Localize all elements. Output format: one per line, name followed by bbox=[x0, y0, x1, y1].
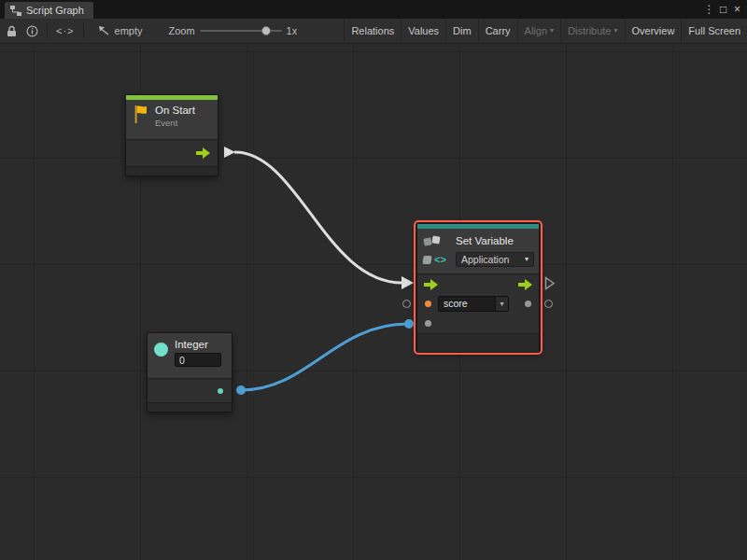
on-start-title: On Start bbox=[155, 105, 195, 116]
value-wire[interactable] bbox=[241, 324, 408, 390]
toolbar-buttons: Relations Values Dim Carry Align▾ Distri… bbox=[344, 19, 747, 43]
dropdown-caret-icon: ▾ bbox=[525, 256, 529, 263]
flow-input-port[interactable] bbox=[424, 279, 438, 290]
value-wire-start-dot bbox=[236, 385, 246, 395]
zoom-value: 1x bbox=[287, 25, 298, 36]
graph-canvas[interactable]: On Start Event Set V bbox=[0, 44, 747, 560]
integer-title: Integer bbox=[175, 339, 221, 350]
tab-script-graph[interactable]: Script Graph bbox=[5, 2, 93, 19]
variables-icon bbox=[423, 235, 451, 247]
zoom-slider-knob[interactable] bbox=[261, 26, 271, 35]
zoom-slider[interactable] bbox=[200, 25, 282, 36]
close-icon[interactable]: × bbox=[730, 0, 744, 19]
titlebar: Script Graph ⋮ □ × bbox=[0, 0, 747, 19]
on-start-header: On Start Event bbox=[126, 100, 218, 139]
node-integer[interactable]: Integer 0 bbox=[147, 332, 233, 413]
inspect-icon[interactable]: <·> bbox=[56, 25, 75, 36]
graph-icon bbox=[10, 6, 21, 16]
info-icon[interactable] bbox=[26, 25, 38, 37]
on-start-text: On Start Event bbox=[155, 105, 195, 128]
on-start-ports bbox=[126, 139, 218, 166]
value-input-port[interactable] bbox=[425, 320, 431, 327]
flow-continuation-triangle[interactable] bbox=[544, 276, 556, 290]
window-controls: ⋮ □ × bbox=[702, 0, 744, 19]
flow-output-port[interactable] bbox=[196, 147, 210, 159]
integer-icon bbox=[154, 343, 168, 357]
graph-pointer-icon bbox=[98, 25, 110, 36]
flow-wire[interactable] bbox=[234, 152, 402, 283]
integer-footer bbox=[148, 402, 232, 412]
graph-pointer-label: empty bbox=[115, 25, 143, 36]
zoom-label: Zoom bbox=[168, 25, 194, 36]
set-variable-header: Set Variable <> Application ▾ bbox=[417, 229, 539, 273]
variable-output-port[interactable] bbox=[525, 301, 531, 307]
dropdown-caret-icon: ▾ bbox=[550, 27, 554, 35]
align-button[interactable]: Align▾ bbox=[517, 19, 560, 43]
toolbar-separator bbox=[47, 23, 48, 38]
tab-title: Script Graph bbox=[26, 5, 84, 16]
on-start-footer bbox=[126, 166, 218, 175]
variable-name-row: score ▾ bbox=[417, 294, 539, 314]
dropdown-caret-icon: ▾ bbox=[614, 27, 618, 35]
script-graph-window: Script Graph ⋮ □ × <·> bbox=[0, 0, 747, 560]
dropdown-caret-box[interactable]: ▾ bbox=[495, 297, 508, 311]
relations-button[interactable]: Relations bbox=[344, 19, 401, 43]
toolbar-separator bbox=[83, 23, 84, 38]
integer-header: Integer 0 bbox=[148, 333, 232, 378]
flow-wire-start-triangle bbox=[224, 147, 235, 158]
integer-output-port[interactable] bbox=[218, 388, 223, 394]
overview-button[interactable]: Overview bbox=[625, 19, 682, 43]
variable-name-port[interactable] bbox=[425, 301, 431, 307]
variable-name-value: score bbox=[439, 297, 495, 311]
set-variable-title: Set Variable bbox=[456, 235, 534, 246]
flow-output-port[interactable] bbox=[518, 279, 532, 290]
variable-name-dropdown[interactable]: score ▾ bbox=[438, 296, 509, 312]
flow-wire-arrowhead bbox=[402, 276, 414, 289]
integer-value-field[interactable]: 0 bbox=[175, 353, 221, 367]
code-icon: <> bbox=[423, 254, 451, 265]
node-on-start[interactable]: On Start Event bbox=[125, 94, 218, 176]
set-variable-footer bbox=[417, 333, 539, 352]
lock-icon[interactable] bbox=[7, 25, 17, 37]
chip-icon bbox=[422, 256, 431, 264]
values-button[interactable]: Values bbox=[401, 19, 445, 43]
wires-layer bbox=[0, 44, 747, 560]
integer-ports bbox=[148, 378, 232, 402]
maximize-icon[interactable]: □ bbox=[716, 0, 730, 19]
variable-output-ring[interactable] bbox=[544, 300, 553, 308]
dim-button[interactable]: Dim bbox=[445, 19, 478, 43]
on-start-subtitle: Event bbox=[155, 118, 195, 128]
window-menu-icon[interactable]: ⋮ bbox=[702, 0, 716, 19]
variable-scope-value: Application bbox=[461, 254, 509, 265]
value-wire-end-dot bbox=[404, 319, 414, 329]
flow-port-row bbox=[417, 274, 539, 294]
graph-toolbar: <·> empty Zoom 1x Relations Values Dim C… bbox=[0, 19, 747, 44]
value-input-row bbox=[417, 314, 539, 333]
full-screen-button[interactable]: Full Screen bbox=[681, 19, 747, 43]
integer-text: Integer 0 bbox=[175, 339, 221, 367]
dropdown-caret-icon: ▾ bbox=[500, 301, 503, 308]
node-set-variable[interactable]: Set Variable <> Application ▾ bbox=[416, 223, 540, 352]
carry-button[interactable]: Carry bbox=[478, 19, 517, 43]
variable-name-ring[interactable] bbox=[402, 300, 411, 308]
variable-scope-dropdown[interactable]: Application ▾ bbox=[456, 252, 534, 267]
flag-icon bbox=[133, 105, 149, 125]
set-variable-ports: score ▾ bbox=[417, 273, 539, 333]
distribute-button[interactable]: Distribute▾ bbox=[560, 19, 624, 43]
